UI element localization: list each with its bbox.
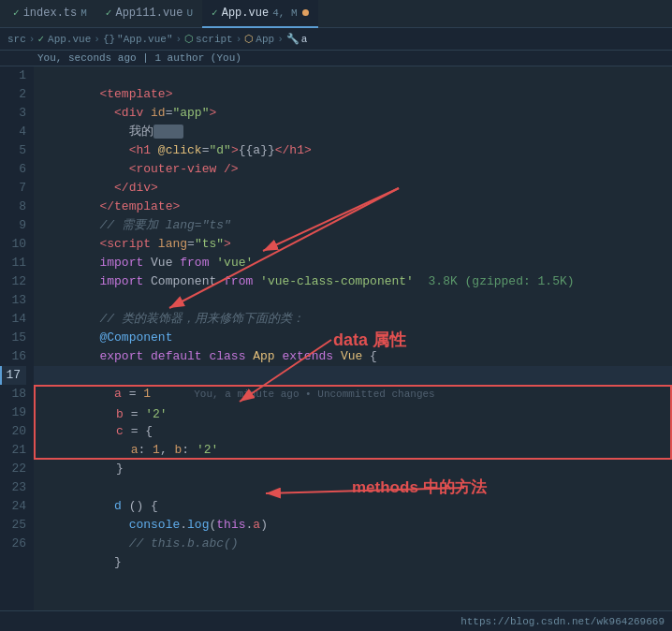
bc-src: src [7, 34, 26, 45]
bottom-url: https://blog.csdn.net/wk964269669 [460, 616, 665, 627]
ln-23: 23 [0, 478, 26, 497]
bc-appvue: App.vue [48, 34, 91, 45]
code-line-22 [34, 460, 672, 478]
code-content[interactable]: <template> <div id="app"> 我的 <h1 @click=… [34, 66, 672, 610]
chevron-3: › [176, 34, 183, 45]
ln-6: 6 [0, 160, 26, 179]
line-numbers: 1 2 3 4 5 6 7 8 9 10 11 12 13 14 15 16 1… [0, 66, 34, 610]
ln-9: 9 [0, 216, 26, 235]
code-line-26: } [34, 535, 672, 553]
code-line-1: <template> [34, 66, 672, 85]
code-line-19: c = { [34, 404, 672, 422]
ln-14: 14 [0, 310, 26, 329]
chevron-1: › [29, 34, 36, 45]
code-line-16: // classAPI是当前组件的name属性 [34, 347, 672, 366]
ln-22: 22 [0, 460, 26, 478]
ln-12: 12 [0, 272, 26, 291]
code-line-21: } [34, 441, 672, 460]
code-line-9: <script lang="ts"> [34, 216, 672, 235]
code-line-18: b = '2' [34, 385, 672, 404]
code-line-6: </div> [34, 160, 672, 179]
ln-2: 2 [0, 85, 26, 104]
code-area[interactable]: 1 2 3 4 5 6 7 8 9 10 11 12 13 14 15 16 1… [0, 66, 672, 610]
chevron-4: › [236, 34, 242, 45]
ln-15: 15 [0, 329, 26, 347]
chevron-2: › [94, 34, 100, 45]
bc-check: ✓ [37, 33, 44, 45]
bc-script-icon: ⬡ [184, 33, 194, 45]
bottom-bar: https://blog.csdn.net/wk964269669 [0, 610, 672, 631]
check-icon-2: ✓ [106, 7, 112, 19]
ln-8: 8 [0, 198, 26, 216]
tab-app-vue[interactable]: ✓ App.vue 4, M [202, 0, 317, 28]
ln-18: 18 [0, 385, 26, 404]
bc-app-class: ⬡ [244, 33, 254, 45]
bc-appvue2: "App.vue" [117, 34, 172, 45]
tab-bar: ✓ index.ts M ✓ App111.vue U ✓ App.vue 4,… [0, 0, 672, 28]
code-line-23: d () { [34, 478, 672, 497]
tab-status-2: U [186, 7, 193, 19]
ln-11: 11 [0, 254, 26, 272]
git-info-text: You, seconds ago | 1 author (You) [37, 52, 241, 64]
ln-7: 7 [0, 179, 26, 198]
git-info: You, seconds ago | 1 author (You) [0, 51, 672, 66]
tab-label-2: App111.vue [115, 7, 183, 20]
ln-21: 21 [0, 441, 26, 460]
bc-wrench: 🔧 [286, 33, 299, 45]
tab-status: M [80, 7, 87, 19]
tab-index-ts[interactable]: ✓ index.ts M [4, 0, 96, 28]
editor-wrapper: ✓ index.ts M ✓ App111.vue U ✓ App.vue 4,… [0, 0, 672, 631]
modified-dot [302, 9, 309, 16]
ln-13: 13 [0, 291, 26, 310]
tab-status-3: 4, M [272, 7, 297, 19]
code-line-15: export default class App extends Vue { [34, 329, 672, 347]
code-line-13: // 类的装饰器，用来修饰下面的类： [34, 291, 672, 310]
ln-16: 16 [0, 347, 26, 366]
code-line-11: import Component from 'vue-class-compone… [34, 254, 672, 272]
code-line-10: import Vue from 'vue' [34, 235, 672, 254]
ln-24: 24 [0, 497, 26, 516]
tab-label-3: App.vue [222, 7, 269, 20]
ln-1: 1 [0, 66, 26, 85]
code-line-17: a = 1 You, a minute ago • Uncommitted ch… [34, 366, 672, 385]
check-icon-3: ✓ [212, 7, 218, 19]
ln-25: 25 [0, 516, 26, 535]
code-line-14: @Component [34, 310, 672, 329]
code-line-3: 我的 [34, 104, 672, 123]
chevron-5: › [277, 34, 284, 45]
breadcrumb: src › ✓ App.vue › {} "App.vue" › ⬡ scrip… [0, 28, 672, 51]
code-line-2: <div id="app"> [34, 85, 672, 104]
ln-19: 19 [0, 404, 26, 422]
code-line-20: a: 1, b: '2' [34, 422, 672, 441]
ln-10: 10 [0, 235, 26, 254]
check-icon: ✓ [13, 7, 20, 19]
code-line-8: // 需要加 lang="ts" [34, 198, 672, 216]
code-line-12 [34, 272, 672, 291]
ln-4: 4 [0, 123, 26, 141]
code-line-25: // this.b.abc() [34, 516, 672, 535]
code-line-4: <h1 @click="d">{{a}}</h1> [34, 123, 672, 141]
code-line-24: console.log(this.a) [34, 497, 672, 516]
ln-17: 17 [0, 366, 26, 385]
ln-20: 20 [0, 422, 26, 441]
bc-script: script [196, 34, 233, 45]
ln-5: 5 [0, 141, 26, 160]
bc-app: App [256, 34, 274, 45]
bc-braces: {} [103, 34, 115, 45]
ln-3: 3 [0, 104, 26, 123]
tab-label: index.ts [23, 7, 78, 20]
tab-app111-vue[interactable]: ✓ App111.vue U [96, 0, 202, 28]
code-line-7: </template> [34, 179, 672, 198]
code-line-5: <router-view /> [34, 141, 672, 160]
bc-current: a [301, 34, 308, 45]
ln-26: 26 [0, 535, 26, 553]
